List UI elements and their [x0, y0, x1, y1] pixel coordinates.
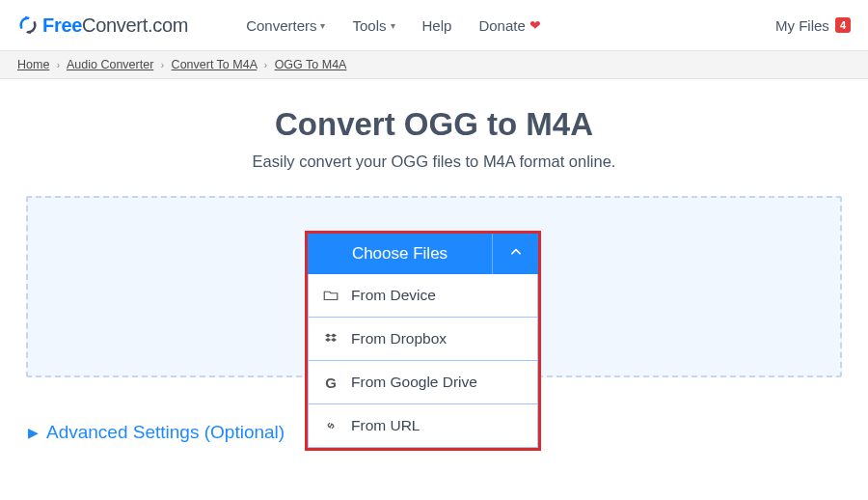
my-files-link[interactable]: My Files 4 — [775, 17, 851, 34]
choose-files-button[interactable]: Choose Files — [308, 234, 538, 274]
link-icon — [322, 418, 339, 433]
option-from-device-label: From Device — [351, 287, 436, 304]
picker-dropdown-toggle[interactable] — [492, 234, 538, 274]
nav-tools[interactable]: Tools ▾ — [352, 17, 394, 34]
triangle-right-icon: ▶ — [28, 425, 39, 440]
svg-marker-1 — [26, 30, 31, 34]
breadcrumb-ogg-to-m4a[interactable]: OGG To M4A — [275, 58, 347, 71]
heart-icon: ❤ — [529, 17, 541, 33]
chevron-right-icon: › — [57, 60, 60, 70]
logo-text-convert: Convert — [82, 14, 148, 36]
nav-donate-label: Donate — [478, 17, 525, 34]
breadcrumb-convert-to-m4a[interactable]: Convert To M4A — [172, 58, 258, 71]
logo-text-free: Free — [42, 14, 82, 36]
option-from-url[interactable]: From URL — [308, 404, 538, 448]
chevron-down-icon: ▾ — [391, 20, 395, 31]
chevron-right-icon: › — [264, 60, 267, 70]
choose-files-label: Choose Files — [308, 234, 492, 274]
refresh-icon — [17, 14, 39, 36]
file-picker-menu: Choose Files From Device From Dropbox G … — [305, 231, 541, 451]
nav-help[interactable]: Help — [422, 17, 452, 34]
page-title: Convert OGG to M4A — [0, 106, 868, 143]
option-from-google-drive[interactable]: G From Google Drive — [308, 361, 538, 404]
advanced-settings-label: Advanced Settings (Optional) — [46, 422, 285, 443]
nav-converters-label: Converters — [246, 17, 316, 34]
nav-tools-label: Tools — [352, 17, 386, 34]
option-from-dropbox-label: From Dropbox — [351, 330, 447, 347]
topbar: FreeConvert.com Converters ▾ Tools ▾ Hel… — [0, 0, 868, 51]
google-icon: G — [322, 375, 339, 391]
main-nav: Converters ▾ Tools ▾ Help Donate ❤ — [246, 17, 541, 34]
option-from-google-drive-label: From Google Drive — [351, 374, 477, 391]
folder-icon — [322, 287, 339, 304]
nav-converters[interactable]: Converters ▾ — [246, 17, 325, 34]
option-from-dropbox[interactable]: From Dropbox — [308, 318, 538, 361]
option-from-device[interactable]: From Device — [308, 274, 538, 318]
nav-help-label: Help — [422, 17, 452, 34]
my-files-label: My Files — [775, 17, 829, 34]
logo[interactable]: FreeConvert.com — [17, 14, 188, 37]
chevron-up-icon — [509, 245, 523, 263]
breadcrumb-home[interactable]: Home — [17, 58, 49, 71]
dropbox-icon — [322, 331, 339, 347]
logo-text-com: .com — [148, 14, 188, 36]
option-from-url-label: From URL — [351, 417, 420, 434]
chevron-down-icon: ▾ — [320, 20, 325, 31]
page-subtitle: Easily convert your OGG files to M4A for… — [0, 153, 868, 171]
my-files-count-badge: 4 — [835, 17, 851, 33]
nav-donate[interactable]: Donate ❤ — [478, 17, 540, 34]
breadcrumb-audio-converter[interactable]: Audio Converter — [67, 58, 153, 71]
chevron-right-icon: › — [161, 60, 164, 70]
breadcrumb: Home › Audio Converter › Convert To M4A … — [0, 51, 868, 79]
svg-marker-0 — [25, 16, 30, 20]
advanced-settings-toggle[interactable]: ▶ Advanced Settings (Optional) — [28, 422, 285, 443]
